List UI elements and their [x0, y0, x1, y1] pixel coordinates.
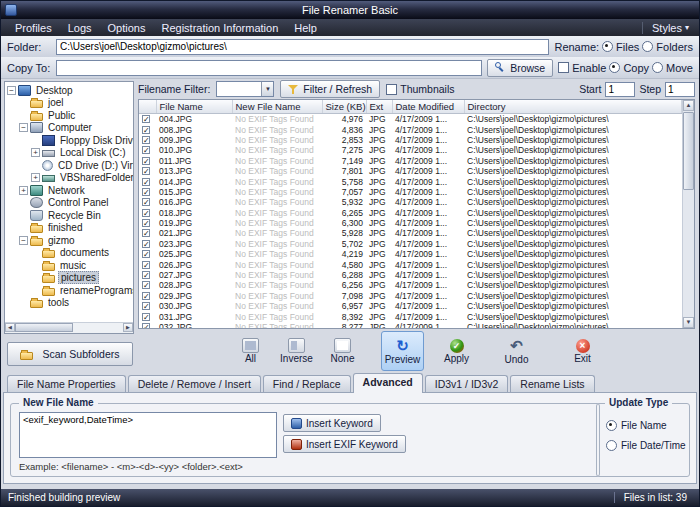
menu-item-options[interactable]: Options [100, 21, 154, 35]
plus-expander-icon[interactable]: + [19, 186, 28, 195]
table-row[interactable]: ✓014.JPGNo EXIF Tags Found5,758JPG4/17/2… [139, 176, 682, 186]
tree-item-cd-drive-d-virtualbox-guest[interactable]: CD Drive (D:) VirtualBox Guest [5, 159, 133, 172]
table-row[interactable]: ✓015.JPGNo EXIF Tags Found7,057JPG4/17/2… [139, 187, 682, 197]
table-row[interactable]: ✓023.JPGNo EXIF Tags Found5,702JPG4/17/2… [139, 239, 682, 249]
plus-expander-icon[interactable]: + [31, 148, 40, 157]
menu-item-registration-information[interactable]: Registration Information [153, 21, 286, 35]
start-input[interactable] [605, 82, 635, 97]
table-row[interactable]: ✓028.JPGNo EXIF Tags Found6,256JPG4/17/2… [139, 280, 682, 290]
tab-find-replace[interactable]: Find / Replace [263, 375, 351, 392]
combo-dropdown-icon[interactable]: ▼ [261, 82, 273, 96]
row-checkbox[interactable]: ✓ [142, 198, 150, 206]
inverse-button[interactable]: Inverse [275, 331, 318, 371]
plus-expander-icon[interactable]: + [31, 173, 40, 182]
filter-refresh-button[interactable]: Filter / Refresh [280, 80, 380, 98]
tab-advanced[interactable]: Advanced [353, 373, 423, 393]
tree-item-gizmo[interactable]: −gizmo [5, 234, 133, 247]
column-header-date-modified[interactable]: Date Modified [392, 100, 464, 114]
browse-button[interactable]: Browse [487, 59, 553, 77]
table-row[interactable]: ✓027.JPGNo EXIF Tags Found6,288JPG4/17/2… [139, 270, 682, 280]
column-header-ext[interactable]: Ext [366, 100, 392, 114]
tree-item-music[interactable]: music [5, 259, 133, 272]
tab-id3v1-id3v2[interactable]: ID3v1 / ID3v2 [425, 375, 509, 392]
table-vscrollbar[interactable]: ▲ ▼ [682, 100, 694, 328]
file-datetime-radio[interactable] [606, 440, 617, 451]
table-row[interactable]: ✓016.JPGNo EXIF Tags Found5,932JPG4/17/2… [139, 197, 682, 207]
row-checkbox[interactable]: ✓ [142, 219, 150, 227]
minus-expander-icon[interactable]: − [19, 236, 28, 245]
row-checkbox[interactable]: ✓ [142, 126, 150, 134]
tree-item-joel[interactable]: joel [5, 97, 133, 110]
thumbnails-checkbox[interactable] [386, 84, 397, 95]
row-checkbox[interactable]: ✓ [142, 115, 150, 123]
tab-rename-lists[interactable]: Rename Lists [510, 375, 594, 392]
menu-item-profiles[interactable]: Profiles [7, 21, 60, 35]
scroll-left-icon[interactable]: ◀ [5, 323, 15, 332]
row-checkbox[interactable]: ✓ [142, 292, 150, 300]
filename-filter-input[interactable] [217, 83, 261, 95]
table-row[interactable]: ✓031.JPGNo EXIF Tags Found8,392JPG4/17/2… [139, 311, 682, 321]
table-row[interactable]: ✓008.JPGNo EXIF Tags Found4,836JPG4/17/2… [139, 124, 682, 134]
insert-exif-keyword-button[interactable]: Insert EXIF Keyword [283, 435, 406, 453]
row-checkbox[interactable]: ✓ [142, 188, 150, 196]
table-row[interactable]: ✓018.JPGNo EXIF Tags Found6,265JPG4/17/2… [139, 208, 682, 218]
none-button[interactable]: None [321, 331, 364, 371]
row-checkbox[interactable]: ✓ [142, 250, 150, 258]
table-row[interactable]: ✓013.JPGNo EXIF Tags Found7,801JPG4/17/2… [139, 166, 682, 176]
tree-item-vbsharedfolder-vboxsvr[interactable]: +VBSharedFolder (\\vboxsvr) (... [5, 172, 133, 185]
copy-to-input[interactable] [56, 60, 482, 76]
styles-menu[interactable]: Styles ▾ [642, 22, 693, 34]
row-checkbox[interactable]: ✓ [142, 302, 150, 310]
tree-item-floppy-disk-drive-a[interactable]: Floppy Disk Drive (A:) [5, 134, 133, 147]
rename-folders-radio[interactable] [642, 41, 653, 52]
tree-item-network[interactable]: +Network [5, 184, 133, 197]
hscroll-thumb[interactable] [15, 323, 73, 332]
column-header-file-name[interactable]: File Name [156, 100, 232, 114]
copy-radio[interactable] [609, 62, 620, 73]
column-header-directory[interactable]: Directory [464, 100, 682, 114]
tree-hscrollbar[interactable]: ◀ ▶ [5, 322, 133, 333]
menu-item-help[interactable]: Help [286, 21, 325, 35]
preview-button[interactable]: ↻Preview [381, 331, 424, 371]
file-name-radio[interactable] [606, 420, 617, 431]
tree-item-desktop[interactable]: −Desktop [5, 84, 133, 97]
column-header-new-file-name[interactable]: New File Name [232, 100, 322, 114]
menu-item-logs[interactable]: Logs [60, 21, 100, 35]
tab-file-name-properties[interactable]: File Name Properties [7, 375, 126, 392]
minus-expander-icon[interactable]: − [19, 123, 28, 132]
tree-item-pictures[interactable]: pictures [5, 272, 133, 285]
row-checkbox[interactable]: ✓ [142, 281, 150, 289]
scroll-down-icon[interactable]: ▼ [683, 317, 694, 328]
row-checkbox[interactable]: ✓ [142, 229, 150, 237]
row-checkbox[interactable]: ✓ [142, 167, 150, 175]
step-input[interactable] [665, 82, 695, 97]
rename-files-radio[interactable] [602, 41, 613, 52]
table-row[interactable]: ✓004.JPGNo EXIF Tags Found4,976JPG4/17/2… [139, 114, 682, 125]
tree-item-renameprograms[interactable]: renamePrograms [5, 284, 133, 297]
table-row[interactable]: ✓026.JPGNo EXIF Tags Found4,580JPG4/17/2… [139, 259, 682, 269]
filename-filter-combo[interactable]: ▼ [216, 81, 274, 97]
tab-delete-remove-insert[interactable]: Delete / Remove / Insert [128, 375, 261, 392]
tree-item-public[interactable]: Public [5, 109, 133, 122]
folder-path-input[interactable] [56, 39, 549, 55]
table-row[interactable]: ✓011.JPGNo EXIF Tags Found7,149JPG4/17/2… [139, 156, 682, 166]
row-checkbox[interactable]: ✓ [142, 323, 150, 329]
apply-button[interactable]: ✓Apply [435, 331, 478, 371]
tree-item-recycle-bin[interactable]: Recycle Bin [5, 209, 133, 222]
table-row[interactable]: ✓021.JPGNo EXIF Tags Found5,928JPG4/17/2… [139, 228, 682, 238]
table-row[interactable]: ✓009.JPGNo EXIF Tags Found2,853JPG4/17/2… [139, 135, 682, 145]
scroll-up-icon[interactable]: ▲ [683, 100, 694, 111]
tree-item-control-panel[interactable]: Control Panel [5, 197, 133, 210]
tree-item-finished[interactable]: finished [5, 222, 133, 235]
vscroll-thumb[interactable] [683, 112, 694, 190]
row-checkbox[interactable]: ✓ [142, 261, 150, 269]
row-checkbox[interactable]: ✓ [142, 178, 150, 186]
tree-item-computer[interactable]: −Computer [5, 122, 133, 135]
tree-item-tools[interactable]: tools [5, 297, 133, 310]
exit-button[interactable]: ×Exit [561, 331, 604, 371]
tree-item-documents[interactable]: documents [5, 247, 133, 260]
folder-tree[interactable]: ◀ ▶ −DesktopjoelPublic−ComputerFloppy Di… [4, 81, 134, 334]
scan-subfolders-button[interactable]: Scan Subfolders [7, 342, 133, 366]
minus-expander-icon[interactable]: − [7, 86, 16, 95]
all-button[interactable]: All [229, 331, 272, 371]
